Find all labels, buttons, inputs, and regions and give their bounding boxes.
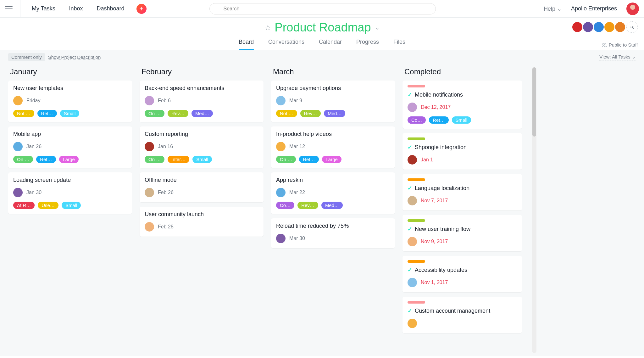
task-card[interactable]: User community launchFeb 28 bbox=[140, 207, 264, 237]
assignee-avatar[interactable] bbox=[145, 188, 154, 197]
assignee-avatar[interactable] bbox=[408, 319, 417, 328]
tag[interactable]: Ret… bbox=[429, 116, 448, 124]
show-description-link[interactable]: Show Project Description bbox=[48, 54, 101, 60]
task-card[interactable]: Back-end speed enhancementsFeb 6On …Rev…… bbox=[140, 81, 264, 122]
view-selector[interactable]: View: All Tasks ⌄ bbox=[599, 54, 636, 60]
member-avatar[interactable] bbox=[572, 21, 583, 33]
search-input[interactable] bbox=[209, 3, 436, 14]
project-title[interactable]: Product Roadmap bbox=[275, 21, 371, 34]
tag[interactable]: Not … bbox=[13, 110, 34, 117]
assignee-avatar[interactable] bbox=[408, 237, 417, 246]
column-title[interactable]: January bbox=[10, 67, 132, 76]
assignee-avatar[interactable] bbox=[276, 142, 286, 151]
add-button[interactable]: + bbox=[136, 4, 147, 14]
scrollbar-thumb[interactable] bbox=[532, 67, 536, 137]
tag[interactable]: Rev… bbox=[168, 110, 188, 117]
member-overflow[interactable]: +6 bbox=[626, 21, 638, 33]
column-title[interactable]: March bbox=[273, 67, 395, 76]
assignee-avatar[interactable] bbox=[13, 142, 23, 151]
nav-inbox[interactable]: Inbox bbox=[69, 5, 83, 12]
separator bbox=[20, 0, 20, 18]
nav-my-tasks[interactable]: My Tasks bbox=[32, 5, 55, 12]
star-icon[interactable]: ☆ bbox=[264, 23, 271, 32]
tag[interactable]: Ret… bbox=[37, 110, 57, 117]
tag[interactable]: Large bbox=[59, 156, 79, 163]
task-card[interactable]: ✓Shpongle integrationJan 1 bbox=[402, 133, 522, 170]
chevron-down-icon[interactable]: ⌄ bbox=[375, 24, 380, 31]
tab-calendar[interactable]: Calendar bbox=[319, 39, 342, 50]
member-avatar[interactable] bbox=[593, 21, 604, 33]
tab-conversations[interactable]: Conversations bbox=[268, 39, 304, 50]
assignee-avatar[interactable] bbox=[276, 96, 286, 105]
member-avatar[interactable] bbox=[614, 21, 626, 33]
task-meta: Jan 1 bbox=[408, 155, 517, 165]
task-title: Upgrade payment options bbox=[276, 85, 390, 92]
tag[interactable]: Rev… bbox=[297, 202, 318, 209]
scrollbar[interactable] bbox=[532, 67, 536, 353]
column-title[interactable]: Completed bbox=[404, 67, 522, 76]
tag[interactable]: On … bbox=[13, 156, 33, 163]
tag[interactable]: Use… bbox=[38, 202, 58, 209]
assignee-avatar[interactable] bbox=[13, 96, 23, 105]
tag[interactable]: Small bbox=[192, 156, 212, 163]
tag[interactable]: Co… bbox=[408, 116, 426, 124]
task-card[interactable]: Custom reportingJan 16On …Inter…Small bbox=[140, 126, 264, 168]
tag[interactable]: Small bbox=[452, 116, 471, 124]
tag[interactable]: Ret… bbox=[299, 156, 319, 163]
hamburger-icon[interactable] bbox=[5, 5, 13, 13]
tag[interactable]: On … bbox=[276, 156, 296, 163]
assignee-avatar[interactable] bbox=[145, 222, 154, 232]
board-column: Completed✓Mobile notificationsDec 12, 20… bbox=[402, 67, 522, 353]
assignee-avatar[interactable] bbox=[276, 234, 286, 243]
task-card[interactable]: App reskinMar 22Co…Rev…Med… bbox=[271, 172, 395, 214]
task-card[interactable]: ✓Mobile notificationsDec 12, 2017Co…Ret…… bbox=[402, 81, 522, 129]
task-card[interactable]: Reload time reduced by 75%Mar 30 bbox=[271, 218, 395, 248]
task-card[interactable]: New user templatesFridayNot …Ret…Small bbox=[8, 81, 132, 122]
tag[interactable]: Small bbox=[62, 202, 81, 209]
nav-dashboard[interactable]: Dashboard bbox=[97, 5, 125, 12]
tab-files[interactable]: Files bbox=[393, 39, 405, 50]
task-card[interactable]: ✓Custom account management bbox=[402, 297, 522, 333]
assignee-avatar[interactable] bbox=[145, 142, 154, 151]
assignee-avatar[interactable] bbox=[408, 103, 417, 112]
tab-board[interactable]: Board bbox=[239, 39, 254, 50]
comment-only-badge[interactable]: Comment only bbox=[8, 53, 45, 61]
assignee-avatar[interactable] bbox=[408, 155, 417, 165]
task-card[interactable]: ✓Accessibility updatesNov 1, 2017 bbox=[402, 256, 522, 292]
tag[interactable]: Inter… bbox=[168, 156, 189, 163]
tag[interactable]: Co… bbox=[276, 202, 294, 209]
task-title: ✓Shpongle integration bbox=[408, 144, 517, 151]
task-card[interactable]: Offline modeFeb 26 bbox=[140, 172, 264, 202]
task-card[interactable]: Mobile appJan 26On …Ret…Large bbox=[8, 126, 132, 168]
assignee-avatar[interactable] bbox=[408, 196, 417, 205]
check-icon: ✓ bbox=[408, 226, 412, 232]
task-card[interactable]: In-product help videosMar 12On …Ret…Larg… bbox=[271, 126, 395, 168]
tag[interactable]: Ret… bbox=[36, 156, 56, 163]
tag[interactable]: On … bbox=[145, 110, 164, 117]
task-card[interactable]: ✓Language localizationNov 7, 2017 bbox=[402, 174, 522, 210]
assignee-avatar[interactable] bbox=[145, 96, 154, 105]
privacy-label[interactable]: Public to Staff bbox=[602, 42, 638, 48]
tag[interactable]: Not … bbox=[276, 110, 297, 117]
task-card[interactable]: ✓New user training flowNov 9, 2017 bbox=[402, 215, 522, 251]
tag[interactable]: On … bbox=[145, 156, 164, 163]
tag[interactable]: Rev… bbox=[300, 110, 321, 117]
task-card[interactable]: Upgrade payment optionsMar 9Not …Rev…Med… bbox=[271, 81, 395, 122]
column-title[interactable]: February bbox=[142, 67, 264, 76]
tag[interactable]: Large bbox=[322, 156, 341, 163]
tag[interactable]: Med… bbox=[192, 110, 213, 117]
member-avatar[interactable] bbox=[604, 21, 615, 33]
member-avatar[interactable] bbox=[582, 21, 594, 33]
tag[interactable]: Med… bbox=[324, 110, 345, 117]
user-avatar[interactable] bbox=[626, 3, 639, 15]
tab-progress[interactable]: Progress bbox=[356, 39, 379, 50]
tag[interactable]: At R… bbox=[13, 202, 35, 209]
assignee-avatar[interactable] bbox=[408, 278, 417, 287]
task-card[interactable]: Loading screen updateJan 30At R…Use…Smal… bbox=[8, 172, 132, 214]
tag[interactable]: Small bbox=[60, 110, 80, 117]
assignee-avatar[interactable] bbox=[13, 188, 23, 197]
assignee-avatar[interactable] bbox=[276, 188, 286, 197]
org-name[interactable]: Apollo Enterprises bbox=[571, 5, 617, 12]
tag[interactable]: Med… bbox=[321, 202, 343, 209]
help-menu[interactable]: Help ⌄ bbox=[544, 5, 562, 12]
